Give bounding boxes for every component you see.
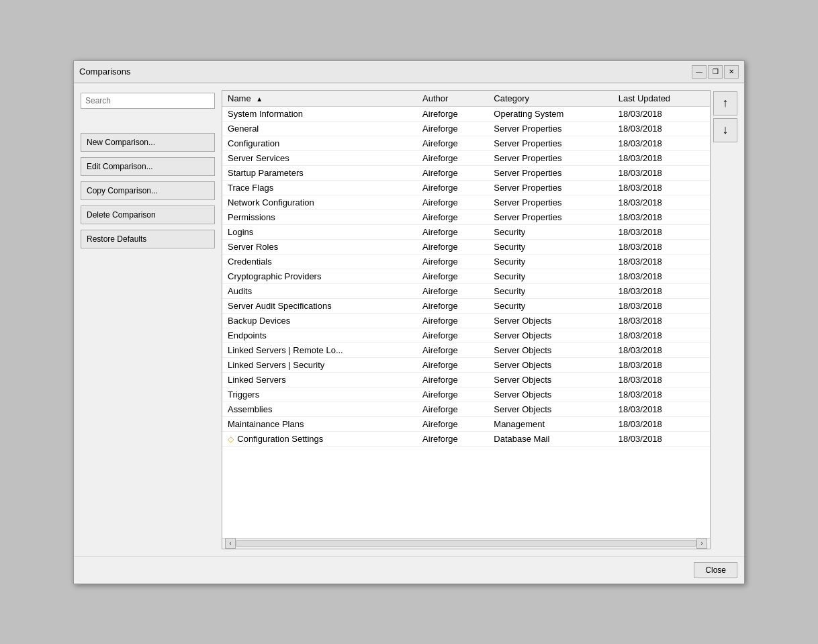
main-area: Name ▲ Author Category Last Updated Syst… (222, 90, 737, 549)
table-row[interactable]: Server ServicesAireforgeServer Propertie… (222, 150, 710, 165)
cell-category: Management (488, 416, 612, 431)
cell-name: Network Configuration (222, 195, 417, 210)
main-window: Comparisons — ❐ ✕ New Comparison... Edit… (73, 60, 745, 584)
cell-name: Server Services (222, 150, 417, 165)
cell-name: ◇ Configuration Settings (222, 431, 417, 446)
scroll-left-button[interactable]: ‹ (225, 538, 236, 549)
cell-category: Security (488, 239, 612, 254)
cell-category: Server Properties (488, 195, 612, 210)
content-area: New Comparison... Edit Comparison... Cop… (74, 83, 744, 556)
cell-name: Configuration (222, 136, 417, 150)
cell-last-updated: 18/03/2018 (613, 165, 710, 180)
cell-category: Security (488, 269, 612, 283)
cell-category: Security (488, 254, 612, 269)
cell-category: Server Objects (488, 387, 612, 402)
table-row[interactable]: Server Audit SpecificationsAireforgeSecu… (222, 298, 710, 313)
cell-author: Aireforge (417, 283, 488, 298)
cell-last-updated: 18/03/2018 (613, 224, 710, 239)
horizontal-scrollbar[interactable]: ‹ › (222, 538, 710, 549)
table-row[interactable]: Network ConfigurationAireforgeServer Pro… (222, 195, 710, 210)
table-row[interactable]: EndpointsAireforgeServer Objects18/03/20… (222, 328, 710, 342)
table-row[interactable]: Linked Servers | Remote Lo...AireforgeSe… (222, 342, 710, 357)
table-row[interactable]: CredentialsAireforgeSecurity18/03/2018 (222, 254, 710, 269)
move-down-button[interactable]: ↓ (713, 118, 737, 142)
cell-category: Security (488, 224, 612, 239)
table-row[interactable]: System InformationAireforgeOperating Sys… (222, 106, 710, 121)
table-body: System InformationAireforgeOperating Sys… (222, 106, 710, 446)
cell-author: Aireforge (417, 136, 488, 150)
cell-last-updated: 18/03/2018 (613, 328, 710, 342)
cell-author: Aireforge (417, 357, 488, 372)
table-row[interactable]: ◇ Configuration SettingsAireforgeDatabas… (222, 431, 710, 446)
table-row[interactable]: ConfigurationAireforgeServer Properties1… (222, 136, 710, 150)
copy-comparison-button[interactable]: Copy Comparison... (81, 181, 215, 200)
table-row[interactable]: Maintainance PlansAireforgeManagement18/… (222, 416, 710, 431)
cell-name: Trace Flags (222, 180, 417, 195)
cell-category: Database Mail (488, 431, 612, 446)
cell-category: Security (488, 283, 612, 298)
nav-buttons: ↑ ↓ (713, 90, 737, 549)
cell-last-updated: 18/03/2018 (613, 298, 710, 313)
cell-name: Logins (222, 224, 417, 239)
move-up-button[interactable]: ↑ (713, 91, 737, 116)
table-row[interactable]: Linked ServersAireforgeServer Objects18/… (222, 372, 710, 387)
cell-category: Server Objects (488, 372, 612, 387)
col-name[interactable]: Name ▲ (222, 91, 417, 107)
table-row[interactable]: Server RolesAireforgeSecurity18/03/2018 (222, 239, 710, 254)
cell-author: Aireforge (417, 180, 488, 195)
col-category[interactable]: Category (488, 91, 612, 107)
close-button[interactable]: Close (694, 562, 737, 578)
col-author[interactable]: Author (417, 91, 488, 107)
cell-author: Aireforge (417, 210, 488, 224)
restore-button[interactable]: ❐ (708, 65, 723, 79)
cell-last-updated: 18/03/2018 (613, 106, 710, 121)
table-row[interactable]: Startup ParametersAireforgeServer Proper… (222, 165, 710, 180)
cell-category: Server Objects (488, 328, 612, 342)
close-window-button[interactable]: ✕ (724, 65, 739, 79)
table-header: Name ▲ Author Category Last Updated (222, 91, 710, 107)
cell-author: Aireforge (417, 224, 488, 239)
col-last-updated[interactable]: Last Updated (613, 91, 710, 107)
table-container: Name ▲ Author Category Last Updated Syst… (222, 90, 711, 549)
cell-author: Aireforge (417, 165, 488, 180)
cell-category: Server Objects (488, 313, 612, 328)
table-scroll[interactable]: Name ▲ Author Category Last Updated Syst… (222, 91, 710, 538)
minimize-button[interactable]: — (692, 65, 707, 79)
cell-name: Backup Devices (222, 313, 417, 328)
cell-author: Aireforge (417, 269, 488, 283)
scroll-track[interactable] (236, 540, 696, 547)
cell-name: Endpoints (222, 328, 417, 342)
cell-name: Linked Servers | Remote Lo... (222, 342, 417, 357)
cell-author: Aireforge (417, 195, 488, 210)
table-row[interactable]: LoginsAireforgeSecurity18/03/2018 (222, 224, 710, 239)
scroll-right-button[interactable]: › (696, 538, 707, 549)
cell-name: Linked Servers | Security (222, 357, 417, 372)
cell-last-updated: 18/03/2018 (613, 283, 710, 298)
sort-asc-icon: ▲ (256, 95, 263, 103)
table-row[interactable]: TriggersAireforgeServer Objects18/03/201… (222, 387, 710, 402)
cell-name: Server Roles (222, 239, 417, 254)
warning-icon: ◇ (228, 434, 236, 444)
new-comparison-button[interactable]: New Comparison... (81, 133, 215, 152)
window-title: Comparisons (79, 66, 131, 77)
table-row[interactable]: GeneralAireforgeServer Properties18/03/2… (222, 121, 710, 136)
delete-comparison-button[interactable]: Delete Comparison (81, 205, 215, 224)
cell-author: Aireforge (417, 121, 488, 136)
cell-name: Startup Parameters (222, 165, 417, 180)
table-row[interactable]: AssembliesAireforgeServer Objects18/03/2… (222, 402, 710, 416)
restore-defaults-button[interactable]: Restore Defaults (81, 230, 215, 248)
search-input[interactable] (81, 93, 215, 109)
table-row[interactable]: Backup DevicesAireforgeServer Objects18/… (222, 313, 710, 328)
cell-author: Aireforge (417, 372, 488, 387)
cell-author: Aireforge (417, 431, 488, 446)
table-row[interactable]: Linked Servers | SecurityAireforgeServer… (222, 357, 710, 372)
table-row[interactable]: AuditsAireforgeSecurity18/03/2018 (222, 283, 710, 298)
footer: Close (74, 556, 744, 584)
table-row[interactable]: PermissionsAireforgeServer Properties18/… (222, 210, 710, 224)
cell-author: Aireforge (417, 150, 488, 165)
table-row[interactable]: Cryptographic ProvidersAireforgeSecurity… (222, 269, 710, 283)
sidebar: New Comparison... Edit Comparison... Cop… (81, 90, 215, 549)
edit-comparison-button[interactable]: Edit Comparison... (81, 157, 215, 176)
cell-category: Server Properties (488, 150, 612, 165)
table-row[interactable]: Trace FlagsAireforgeServer Properties18/… (222, 180, 710, 195)
